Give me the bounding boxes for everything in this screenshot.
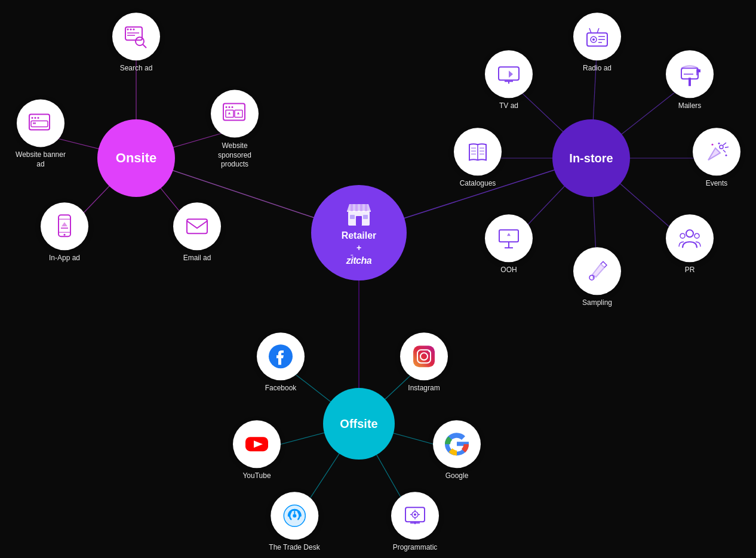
tv-ad-circle <box>485 50 533 98</box>
svg-rect-64 <box>223 104 245 121</box>
tradedesk-circle <box>271 492 318 539</box>
radio-ad-label: Radio ad <box>583 64 611 73</box>
svg-point-52 <box>133 29 135 30</box>
svg-rect-92 <box>681 68 698 79</box>
retailer-circle: Retailer + zitcha <box>311 185 407 280</box>
instore-label: In-store <box>569 151 613 165</box>
sampling-label: Sampling <box>582 298 612 308</box>
instagram-label: Instagram <box>408 384 440 393</box>
svg-point-59 <box>35 117 36 119</box>
onsite-hub: Onsite <box>97 119 175 197</box>
catalogues-label: Catalogues <box>460 179 496 189</box>
website-banner-label: Website banner ad <box>14 150 67 169</box>
svg-point-133 <box>414 513 416 516</box>
svg-rect-119 <box>413 346 435 367</box>
google-circle <box>433 420 481 468</box>
retailer-hub: Retailer + zitcha <box>311 185 407 280</box>
svg-line-106 <box>723 150 726 152</box>
search-ad-node: Search ad <box>112 13 160 73</box>
retailer-label: Retailer + zitcha <box>342 229 377 267</box>
catalogues-node: Catalogues <box>454 128 502 189</box>
svg-rect-47 <box>350 215 355 219</box>
svg-rect-44 <box>360 204 362 211</box>
email-ad-label: Email ad <box>183 254 211 263</box>
onsite-circle: Onsite <box>97 119 175 197</box>
svg-rect-57 <box>29 114 50 130</box>
facebook-label: Facebook <box>265 384 297 393</box>
website-banner-node: Website banner ad <box>14 99 67 169</box>
svg-marker-111 <box>507 233 511 236</box>
email-ad-circle <box>173 202 221 250</box>
svg-point-117 <box>694 233 699 238</box>
svg-marker-71 <box>237 112 239 115</box>
svg-point-122 <box>429 350 431 352</box>
onsite-label: Onsite <box>116 150 156 166</box>
svg-line-89 <box>589 28 591 33</box>
tv-ad-label: TV ad <box>499 101 518 111</box>
svg-rect-42 <box>351 204 353 211</box>
facebook-circle <box>257 332 305 380</box>
svg-point-85 <box>592 38 595 41</box>
tradedesk-node: The Trade Desk <box>269 492 319 553</box>
events-label: Events <box>706 179 728 189</box>
pr-circle <box>666 214 714 262</box>
svg-point-127 <box>293 514 296 517</box>
svg-rect-94 <box>697 69 700 72</box>
radio-ad-circle <box>573 13 621 60</box>
offsite-label: Offsite <box>340 417 377 431</box>
website-sponsored-circle <box>211 90 259 138</box>
email-ad-node: Email ad <box>173 202 221 263</box>
inapp-ad-node: In-App ad <box>41 202 88 263</box>
website-sponsored-label: Website sponsored products <box>208 141 262 169</box>
tv-ad-node: TV ad <box>485 50 533 111</box>
youtube-circle <box>233 420 281 468</box>
search-ad-circle <box>112 13 160 60</box>
pr-node: PR <box>666 214 714 275</box>
svg-point-116 <box>680 233 685 238</box>
mailers-label: Mailers <box>678 101 702 111</box>
search-ad-label: Search ad <box>120 64 153 73</box>
website-sponsored-node: Website sponsored products <box>208 90 262 169</box>
ooh-circle <box>485 214 533 262</box>
offsite-circle: Offsite <box>323 388 395 460</box>
inapp-ad-circle <box>41 202 88 250</box>
svg-point-55 <box>136 37 144 45</box>
instagram-circle <box>400 332 448 380</box>
offsite-hub: Offsite <box>323 388 395 460</box>
google-node: Google <box>433 420 481 481</box>
programmatic-circle <box>391 492 439 539</box>
svg-point-65 <box>226 106 228 108</box>
ooh-label: OOH <box>500 266 517 275</box>
svg-point-115 <box>686 230 693 237</box>
svg-marker-80 <box>509 70 513 78</box>
svg-rect-43 <box>355 204 358 211</box>
radio-ad-node: Radio ad <box>573 13 621 73</box>
instagram-node: Instagram <box>400 332 448 393</box>
svg-line-105 <box>725 147 729 147</box>
instore-hub: In-store <box>552 119 630 197</box>
tradedesk-label: The Trade Desk <box>269 543 319 553</box>
svg-line-90 <box>597 28 599 33</box>
google-label: Google <box>445 471 469 481</box>
svg-point-67 <box>232 106 233 108</box>
youtube-node: YouTube <box>233 420 281 481</box>
facebook-node: Facebook <box>257 332 305 393</box>
svg-line-56 <box>143 44 146 48</box>
svg-point-108 <box>726 155 727 156</box>
svg-point-77 <box>64 234 66 236</box>
svg-point-58 <box>32 117 33 119</box>
events-node: Events <box>693 128 740 189</box>
svg-rect-63 <box>33 122 36 124</box>
events-circle <box>693 128 740 175</box>
svg-rect-78 <box>187 219 207 233</box>
youtube-label: YouTube <box>242 471 271 481</box>
mailers-node: Mailers <box>666 50 714 111</box>
mailers-circle <box>666 50 714 98</box>
svg-point-66 <box>229 106 231 108</box>
catalogues-circle <box>454 128 502 175</box>
programmatic-label: Programmatic <box>393 543 438 553</box>
svg-point-51 <box>130 29 132 30</box>
svg-point-50 <box>127 29 129 30</box>
svg-point-109 <box>712 144 714 146</box>
svg-point-107 <box>718 143 720 144</box>
